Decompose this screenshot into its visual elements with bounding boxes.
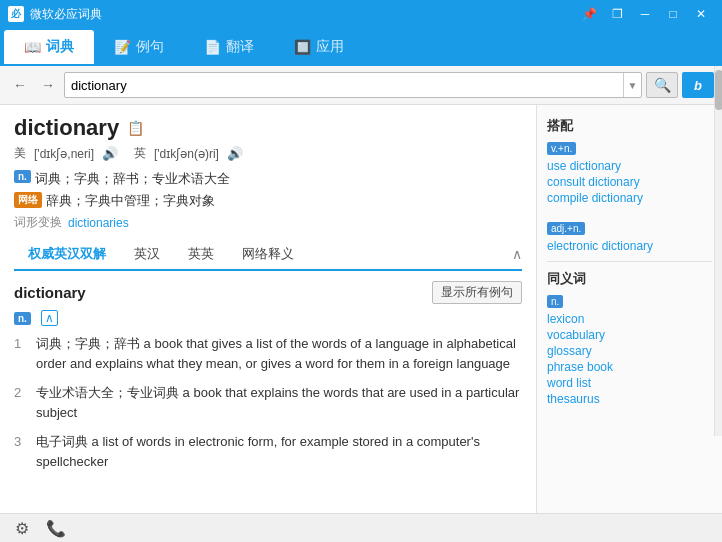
title-bar: 必 微软必应词典 📌 ❐ ─ □ ✕ bbox=[0, 0, 722, 28]
phonetics: 美 ['dɪkʃə,neri] 🔊 英 ['dɪkʃən(ə)ri] 🔊 bbox=[14, 145, 522, 162]
bing-button[interactable]: b bbox=[682, 72, 714, 98]
search-icon: 🔍 bbox=[654, 77, 671, 93]
main-content: dictionary 📋 美 ['dɪkʃə,neri] 🔊 英 ['dɪkʃə… bbox=[0, 105, 722, 513]
subtab-yinghan[interactable]: 英汉 bbox=[120, 239, 174, 269]
title-bar-left: 必 微软必应词典 bbox=[8, 6, 102, 23]
uk-sound-icon[interactable]: 🔊 bbox=[227, 146, 243, 161]
us-phonetic: ['dɪkʃə,neri] bbox=[34, 147, 94, 161]
pos-tag-net: 网络 bbox=[14, 192, 42, 208]
title-bar-controls: 📌 ❐ ─ □ ✕ bbox=[576, 4, 714, 24]
nav-tabs: 📖 词典 📝 例句 📄 翻译 🔲 应用 bbox=[0, 28, 722, 66]
tab-yingyong[interactable]: 🔲 应用 bbox=[274, 30, 364, 64]
syn-lexicon[interactable]: lexicon bbox=[547, 312, 712, 326]
search-input-wrap: ▼ bbox=[64, 72, 642, 98]
adj-plus-n-tag: adj.+n. bbox=[547, 222, 585, 235]
example-collapse-icon[interactable]: ∧ bbox=[41, 310, 58, 326]
save-word-icon[interactable]: 📋 bbox=[127, 120, 144, 136]
subtab-wangluo[interactable]: 网络释义 bbox=[228, 239, 308, 269]
subtab-quanwei[interactable]: 权威英汉双解 bbox=[14, 239, 120, 271]
example-word: dictionary bbox=[14, 284, 86, 301]
tab-fanyi[interactable]: 📄 翻译 bbox=[184, 30, 274, 64]
liju-icon: 📝 bbox=[114, 39, 131, 55]
tab-liju-label: 例句 bbox=[136, 38, 164, 56]
bottom-bar: ⚙ 📞 bbox=[0, 513, 722, 542]
example-text-2: 专业术语大全；专业词典 a book that explains the wor… bbox=[36, 383, 522, 422]
uk-label: 英 bbox=[134, 145, 146, 162]
colloc-electronic-dictionary[interactable]: electronic dictionary bbox=[547, 239, 712, 253]
example-text-3: 电子词典 a list of words in electronic form,… bbox=[36, 432, 522, 471]
pin-button[interactable]: 📌 bbox=[576, 4, 602, 24]
settings-button[interactable]: ⚙ bbox=[10, 517, 34, 541]
right-panel: 搭配 v.+n. use dictionary consult dictiona… bbox=[537, 105, 722, 513]
app-icon: 必 bbox=[8, 6, 24, 22]
example-item-2: 2 专业术语大全；专业词典 a book that explains the w… bbox=[14, 383, 522, 422]
morph-line: 词形变换 dictionaries bbox=[14, 214, 522, 231]
synonym-title: 同义词 bbox=[547, 270, 712, 288]
syn-word-list[interactable]: word list bbox=[547, 376, 712, 390]
scrollbar-track[interactable] bbox=[714, 105, 722, 436]
restore-button[interactable]: ❐ bbox=[604, 4, 630, 24]
yingyong-icon: 🔲 bbox=[294, 39, 311, 55]
syn-vocabulary[interactable]: vocabulary bbox=[547, 328, 712, 342]
divider-1 bbox=[547, 261, 712, 262]
scrollbar-thumb[interactable] bbox=[715, 105, 722, 110]
collapse-subtabs-icon[interactable]: ∧ bbox=[512, 246, 522, 262]
example-header: dictionary 显示所有例句 bbox=[14, 281, 522, 304]
v-plus-n-tag: v.+n. bbox=[547, 142, 576, 155]
syn-pos-tag: n. bbox=[547, 295, 563, 308]
example-num-2: 2 bbox=[14, 383, 28, 403]
colloc-adj-list: electronic dictionary bbox=[547, 239, 712, 253]
synonym-list: lexicon vocabulary glossary phrase book … bbox=[547, 312, 712, 406]
pos-tag-n: n. bbox=[14, 170, 31, 183]
colloc-consult-dictionary[interactable]: consult dictionary bbox=[547, 175, 712, 189]
definition-2: 网络 辞典；字典中管理；字典对象 bbox=[14, 192, 522, 210]
sub-tabs: 权威英汉双解 英汉 英英 网络释义 ∧ bbox=[14, 239, 522, 271]
word-title: dictionary bbox=[14, 115, 119, 141]
collocation-title: 搭配 bbox=[547, 117, 712, 135]
colloc-use-dictionary[interactable]: use dictionary bbox=[547, 159, 712, 173]
example-text-1: 词典；字典；辞书 a book that gives a list of the… bbox=[36, 334, 522, 373]
word-header: dictionary 📋 bbox=[14, 115, 522, 141]
bing-icon: b bbox=[694, 78, 702, 93]
tab-cidian[interactable]: 📖 词典 bbox=[4, 30, 94, 64]
syn-phrase-book[interactable]: phrase book bbox=[547, 360, 712, 374]
forward-button[interactable]: → bbox=[36, 73, 60, 97]
colloc-compile-dictionary[interactable]: compile dictionary bbox=[547, 191, 712, 205]
syn-thesaurus[interactable]: thesaurus bbox=[547, 392, 712, 406]
example-list: 1 词典；字典；辞书 a book that gives a list of t… bbox=[14, 334, 522, 471]
cidian-icon: 📖 bbox=[24, 39, 41, 55]
back-button[interactable]: ← bbox=[8, 73, 32, 97]
colloc-v-list: use dictionary consult dictionary compil… bbox=[547, 159, 712, 205]
tab-liju[interactable]: 📝 例句 bbox=[94, 30, 184, 64]
show-all-examples-button[interactable]: 显示所有例句 bbox=[432, 281, 522, 304]
us-sound-icon[interactable]: 🔊 bbox=[102, 146, 118, 161]
example-pos-row: n. ∧ bbox=[14, 310, 522, 326]
close-button[interactable]: ✕ bbox=[688, 4, 714, 24]
app-title: 微软必应词典 bbox=[30, 6, 102, 23]
maximize-button[interactable]: □ bbox=[660, 4, 686, 24]
search-dropdown-button[interactable]: ▼ bbox=[623, 73, 641, 97]
example-item-1: 1 词典；字典；辞书 a book that gives a list of t… bbox=[14, 334, 522, 373]
definition-text-2: 辞典；字典中管理；字典对象 bbox=[46, 192, 522, 210]
search-go-button[interactable]: 🔍 bbox=[646, 72, 678, 98]
phone-button[interactable]: 📞 bbox=[44, 517, 68, 541]
tab-fanyi-label: 翻译 bbox=[226, 38, 254, 56]
tab-cidian-label: 词典 bbox=[46, 38, 74, 56]
morph-label: 词形变换 bbox=[14, 214, 62, 231]
subtab-yingying[interactable]: 英英 bbox=[174, 239, 228, 269]
uk-phonetic: ['dɪkʃən(ə)ri] bbox=[154, 147, 219, 161]
example-pos-tag: n. bbox=[14, 312, 31, 325]
morph-link[interactable]: dictionaries bbox=[68, 216, 129, 230]
example-item-3: 3 电子词典 a list of words in electronic for… bbox=[14, 432, 522, 471]
us-label: 美 bbox=[14, 145, 26, 162]
example-num-3: 3 bbox=[14, 432, 28, 452]
syn-glossary[interactable]: glossary bbox=[547, 344, 712, 358]
search-input[interactable] bbox=[65, 78, 623, 93]
tab-yingyong-label: 应用 bbox=[316, 38, 344, 56]
fanyi-icon: 📄 bbox=[204, 39, 221, 55]
left-panel: dictionary 📋 美 ['dɪkʃə,neri] 🔊 英 ['dɪkʃə… bbox=[0, 105, 537, 513]
definition-1: n. 词典；字典；辞书；专业术语大全 bbox=[14, 170, 522, 188]
example-num-1: 1 bbox=[14, 334, 28, 354]
minimize-button[interactable]: ─ bbox=[632, 4, 658, 24]
definition-text-1: 词典；字典；辞书；专业术语大全 bbox=[35, 170, 522, 188]
